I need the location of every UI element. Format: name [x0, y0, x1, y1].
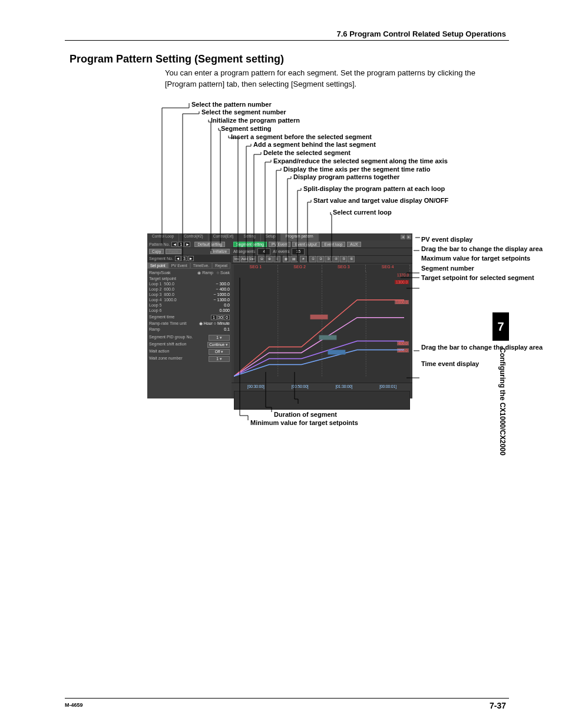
- spinner-dec-icon[interactable]: ◄: [171, 242, 177, 247]
- split-icon[interactable]: ▤: [290, 256, 297, 262]
- segment-no-spinner[interactable]: ◄ 3 ►: [175, 256, 194, 261]
- page-title: Program Pattern Setting (Segment setting…: [70, 53, 509, 65]
- svg-rect-4: [319, 335, 337, 340]
- time-tick: [00:50:00]: [292, 384, 309, 388]
- pattern-no-value: 1: [178, 242, 184, 247]
- svg-rect-5: [328, 350, 345, 354]
- rule-top: [65, 40, 509, 41]
- loop-select-icon[interactable]: ③: [325, 256, 332, 262]
- segtime-m[interactable]: 30: [217, 315, 223, 320]
- shift-dropdown[interactable]: Continue: [207, 342, 230, 348]
- loop-select-icon[interactable]: ①: [309, 256, 316, 262]
- sidetab-timeevent[interactable]: TimeEve.: [190, 262, 212, 269]
- callout-label: Display the time axis per the segment ti…: [283, 166, 501, 174]
- pattern-plot[interactable]: SEG 1 SEG 2 SEG 3 SEG 4 1370.0 1300.0 10…: [234, 265, 410, 383]
- spinner-dec-icon[interactable]: ◄: [175, 256, 181, 261]
- ramp-val-label: Ramp: [149, 327, 160, 331]
- together-icon[interactable]: ▦: [283, 256, 290, 262]
- running-header: 7.6 Program Control Related Setup Operat…: [337, 29, 507, 38]
- footer-page-number: 7-37: [490, 701, 506, 710]
- tab-control2[interactable]: Control(#2): [179, 233, 209, 241]
- pattern-no-spinner[interactable]: ◄ 1 ►: [171, 242, 190, 247]
- loop-select-icon[interactable]: ②: [317, 256, 324, 262]
- time-event-area[interactable]: [234, 391, 410, 410]
- hour-radio-label: Hour: [204, 321, 213, 325]
- segment-no-value: 3: [181, 256, 187, 261]
- aux-tab-button[interactable]: AUX: [347, 242, 361, 247]
- minute-radio-label: Minute: [217, 321, 230, 325]
- hour-radio[interactable]: ◉ Hour: [199, 321, 213, 325]
- loop-label: Loop 6: [149, 308, 161, 312]
- eventout-tab-button[interactable]: Event output: [292, 242, 320, 247]
- segtime-h[interactable]: 1: [211, 315, 217, 320]
- spinner-inc-icon[interactable]: ►: [188, 256, 194, 261]
- program-pattern-window: Control Loop Control(#2) Control(Ext) Se…: [147, 233, 412, 398]
- eventloop-tab-button[interactable]: Event loop: [322, 242, 346, 247]
- tab-nav-next-icon[interactable]: ►: [406, 235, 411, 239]
- tab-setup[interactable]: Setup: [261, 233, 281, 241]
- add-button[interactable]: Add: [241, 256, 248, 262]
- segment-time-field[interactable]: 1 30 0: [211, 315, 230, 320]
- soak-radio[interactable]: ○ Soak: [217, 271, 230, 275]
- segment-sidebar: Pattern No. ◄ 1 ► Default setting Copy P…: [147, 241, 232, 398]
- pvevent-tab-button[interactable]: PV Event: [269, 242, 290, 247]
- callouts-right-lower: Drag the bar to change the display area …: [421, 343, 557, 370]
- shift-label: Segment shift action: [149, 342, 186, 348]
- pattern-no-label: Pattern No.: [149, 242, 170, 246]
- pidgrp-dropdown[interactable]: 1: [209, 335, 230, 341]
- loop-target-value[interactable]: 300.0: [219, 282, 230, 286]
- callout-label: Segment number: [421, 264, 557, 272]
- time-axis: [00:30:00] [00:50:00] [01:30:00] [00:00:…: [232, 383, 412, 390]
- values-toggle-icon[interactable]: #: [300, 256, 307, 262]
- callout-label: Segment setting: [221, 125, 501, 133]
- insert-button[interactable]: Ins: [233, 256, 240, 262]
- callout-label: Split-display the program pattern at eac…: [303, 185, 501, 193]
- callouts-top-group: Select the pattern number Select the seg…: [147, 101, 501, 217]
- sidetab-setpoint[interactable]: Set point: [147, 262, 168, 269]
- segment-setting-button[interactable]: Segment setting: [233, 242, 267, 247]
- target-setpoint-label: Target setpoint: [149, 276, 176, 281]
- minute-radio[interactable]: ○ Minute: [214, 321, 230, 325]
- loop-select-icon[interactable]: ④: [332, 256, 339, 262]
- loop-target-value[interactable]: 1000.0: [217, 292, 230, 297]
- loop-label: Loop 3 800.0: [149, 292, 174, 297]
- zoom-out-icon[interactable]: ⊖: [258, 256, 265, 262]
- delete-button[interactable]: Del: [249, 256, 256, 262]
- callout-label: Display program patterns together: [293, 173, 501, 182]
- initialize-button[interactable]: Initialize: [210, 249, 230, 254]
- callout-label: Select current loop: [333, 209, 501, 217]
- paste-button[interactable]: Paste: [166, 249, 181, 254]
- sidetab-repeat[interactable]: Repeat: [212, 262, 230, 269]
- tab-control-ext[interactable]: Control(Ext): [209, 233, 239, 241]
- waitzone-dropdown[interactable]: 1: [209, 356, 230, 362]
- sidetab-pvevent[interactable]: PV Event: [168, 262, 190, 269]
- callout-label: Drag the bar to change the display area: [421, 245, 557, 253]
- segment-no-label: Segment No.: [149, 256, 173, 261]
- loop-target-value[interactable]: 400.0: [219, 287, 230, 291]
- rule-bottom: [65, 698, 509, 699]
- loop-target-value[interactable]: 1300.0: [217, 298, 230, 302]
- allseg-input[interactable]: [257, 248, 270, 255]
- time-ratio-icon[interactable]: ≡: [273, 256, 280, 262]
- callout-label: Minimum value for target setpoints: [250, 419, 477, 427]
- tab-program-pattern[interactable]: Program pattern: [281, 233, 319, 241]
- ramp-radio[interactable]: ◉ Ramp: [197, 271, 213, 275]
- allevt-input[interactable]: [292, 248, 305, 255]
- tab-nav-prev-icon[interactable]: ◄: [401, 235, 405, 239]
- loop-label: Loop 5: [149, 303, 161, 307]
- callouts-right-upper: PV event display Drag the bar to change …: [421, 235, 557, 283]
- callout-label: Initialize the program pattern: [211, 117, 501, 125]
- copy-button[interactable]: Copy: [149, 249, 164, 254]
- soak-radio-label: Soak: [220, 271, 230, 275]
- zoom-in-icon[interactable]: ⊕: [266, 256, 273, 262]
- callout-label: Maximum value for target setpoints: [421, 254, 557, 262]
- tab-control-loop[interactable]: Control Loop: [147, 233, 179, 241]
- spinner-inc-icon[interactable]: ►: [184, 242, 190, 247]
- wait-dropdown[interactable]: Off: [209, 349, 230, 355]
- segtime-s[interactable]: 0: [224, 315, 230, 320]
- canvas-toolbar2: Ins Add Del ⊖ ⊕ ≡ ▦ ▤ #: [232, 256, 412, 263]
- annotated-figure: Select the pattern number Select the seg…: [147, 101, 560, 431]
- default-setting-button[interactable]: Default setting: [194, 242, 225, 247]
- callout-label: Expand/reduce the selected segment along…: [273, 157, 501, 166]
- tab-setting[interactable]: Setting: [239, 233, 260, 241]
